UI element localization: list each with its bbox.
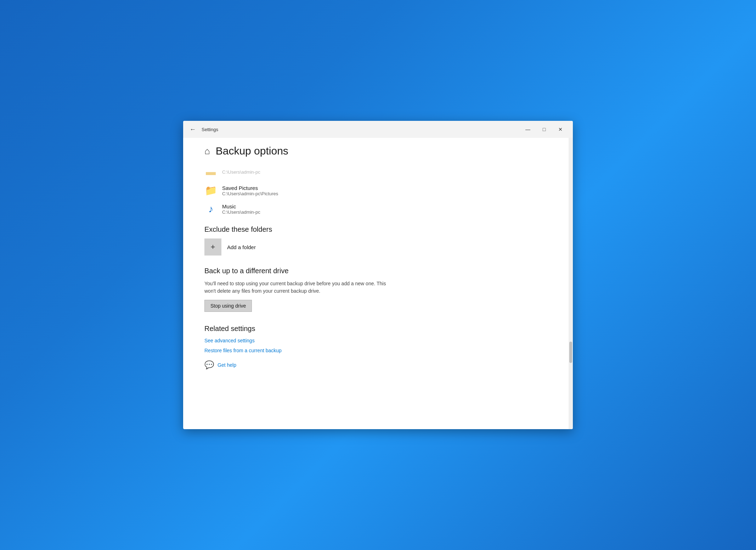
stop-using-drive-button[interactable]: Stop using drive xyxy=(204,300,252,312)
maximize-button[interactable]: □ xyxy=(536,124,552,135)
backup-drive-heading: Back up to a different drive xyxy=(204,267,547,275)
backup-drive-section: Back up to a different drive You'll need… xyxy=(204,267,547,312)
folder-name-pictures: Saved Pictures xyxy=(222,185,278,191)
window-controls: — □ ✕ xyxy=(520,124,569,135)
restore-files-link[interactable]: Restore files from a current backup xyxy=(204,348,547,353)
folder-name-music: Music xyxy=(222,203,260,209)
get-help-link[interactable]: Get help xyxy=(218,362,236,368)
settings-window: ← Settings — □ ✕ ⌂ Backup options ▬ C:\U… xyxy=(183,121,573,429)
help-icon: 💬 xyxy=(204,360,214,370)
folder-path-pictures: C:\Users\admin-pc\Pictures xyxy=(222,191,278,196)
folder-path-clipped: C:\Users\admin-pc xyxy=(222,169,260,175)
add-folder-label: Add a folder xyxy=(227,244,256,250)
page-header: ⌂ Backup options xyxy=(204,145,547,157)
folder-item-saved-pictures: 📁 Saved Pictures C:\Users\admin-pc\Pictu… xyxy=(204,184,547,197)
backup-drive-description: You'll need to stop using your current b… xyxy=(204,280,389,295)
close-button[interactable]: ✕ xyxy=(552,124,569,135)
folder-info-clipped: C:\Users\admin-pc xyxy=(222,169,260,175)
exclude-folders-heading: Exclude these folders xyxy=(204,225,547,234)
related-settings-section: Related settings See advanced settings R… xyxy=(204,325,547,353)
back-button[interactable]: ← xyxy=(187,124,198,135)
folder-info-pictures: Saved Pictures C:\Users\admin-pc\Picture… xyxy=(222,185,278,196)
add-folder-row: + Add a folder xyxy=(204,238,547,256)
folder-icon-pictures: 📁 xyxy=(204,185,217,196)
scrollbar-thumb[interactable] xyxy=(569,342,572,363)
folder-item-clipped: ▬ C:\Users\admin-pc xyxy=(204,165,547,178)
folder-item-music: ♪ Music C:\Users\admin-pc xyxy=(204,203,547,215)
plus-icon: + xyxy=(211,242,215,252)
see-advanced-settings-link[interactable]: See advanced settings xyxy=(204,338,547,343)
related-settings-heading: Related settings xyxy=(204,325,547,333)
folder-icon-music: ♪ xyxy=(204,203,217,215)
page-title: Backup options xyxy=(216,145,288,157)
titlebar: ← Settings — □ ✕ xyxy=(183,121,573,138)
titlebar-title: Settings xyxy=(202,127,520,132)
folder-icon-clipped: ▬ xyxy=(204,166,217,178)
add-folder-button[interactable]: + xyxy=(204,238,221,256)
get-help-row: 💬 Get help xyxy=(204,360,547,370)
main-scroll[interactable]: ⌂ Backup options ▬ C:\Users\admin-pc 📁 S… xyxy=(183,138,569,429)
folder-info-music: Music C:\Users\admin-pc xyxy=(222,203,260,215)
folder-path-music: C:\Users\admin-pc xyxy=(222,209,260,215)
scrollbar-track[interactable] xyxy=(569,138,573,429)
minimize-button[interactable]: — xyxy=(520,124,536,135)
home-icon: ⌂ xyxy=(204,146,210,157)
content-area: ⌂ Backup options ▬ C:\Users\admin-pc 📁 S… xyxy=(183,138,573,429)
